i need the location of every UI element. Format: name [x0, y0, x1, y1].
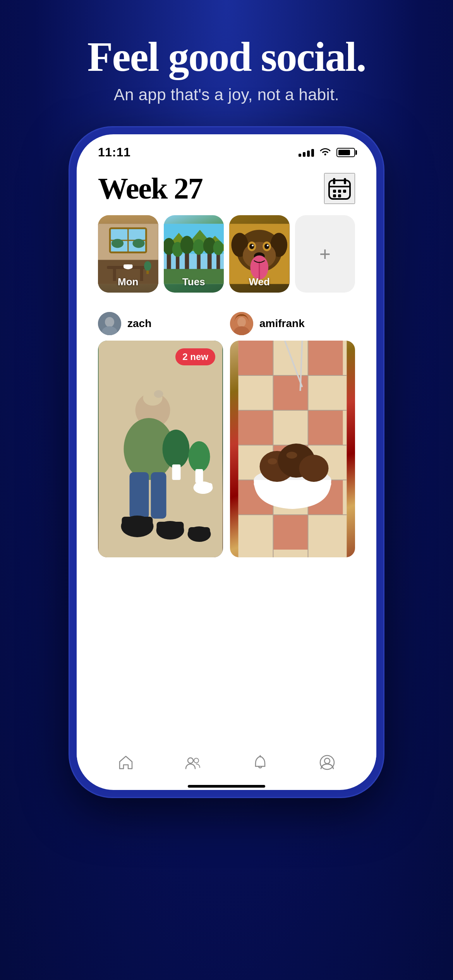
day-thumbnails: Mon [77, 215, 376, 293]
svg-rect-85 [239, 341, 273, 375]
wifi-icon [319, 146, 331, 158]
zach-name: zach [127, 317, 151, 330]
svg-point-43 [213, 241, 223, 255]
day-thumb-wed[interactable]: Wed [229, 215, 290, 293]
svg-rect-16 [129, 230, 145, 240]
wed-label: Wed [229, 276, 290, 288]
svg-rect-26 [146, 271, 149, 274]
battery-icon [336, 148, 355, 157]
svg-point-54 [252, 245, 254, 247]
svg-point-113 [320, 756, 334, 769]
friend-col-ami: amifrank [230, 312, 355, 557]
svg-rect-89 [308, 410, 343, 445]
day-thumb-mon[interactable]: Mon [98, 215, 158, 293]
friends-icon [184, 754, 201, 771]
svg-rect-7 [333, 194, 336, 197]
week-title: Week 27 [98, 171, 202, 206]
svg-rect-88 [239, 410, 273, 445]
zach-avatar-icon [98, 312, 121, 335]
svg-point-60 [105, 317, 114, 327]
svg-point-17 [112, 239, 124, 248]
calendar-icon [328, 176, 352, 200]
svg-rect-78 [189, 527, 210, 536]
svg-rect-15 [111, 230, 127, 240]
hero-title: Feel good social. [88, 35, 366, 79]
svg-point-82 [237, 317, 246, 327]
phone-screen: 11:11 [77, 134, 376, 790]
add-icon: + [319, 243, 331, 265]
svg-rect-72 [196, 469, 203, 483]
svg-rect-1 [333, 178, 335, 184]
ami-avatar [230, 312, 253, 335]
svg-rect-8 [338, 194, 341, 197]
svg-point-18 [132, 239, 144, 248]
phone-mockup: 11:11 [70, 127, 383, 797]
svg-point-52 [249, 244, 254, 249]
friends-section: zach [77, 304, 376, 741]
svg-point-110 [188, 758, 193, 763]
hero-section: Feel good social. An app that's a joy, n… [88, 0, 366, 104]
zach-avatar [98, 312, 121, 335]
plants-scene [98, 341, 223, 557]
svg-point-105 [299, 455, 329, 482]
svg-rect-5 [338, 190, 341, 193]
svg-rect-2 [344, 178, 346, 184]
svg-rect-93 [273, 515, 308, 550]
nav-friends[interactable] [173, 750, 213, 775]
ami-photo[interactable] [230, 341, 355, 557]
app-content: Week 27 [77, 163, 376, 741]
friends-grid: zach [98, 312, 355, 557]
ami-avatar-icon [230, 312, 253, 335]
plants-image [98, 341, 223, 557]
nav-home[interactable] [106, 750, 146, 775]
svg-rect-74 [122, 517, 153, 528]
bell-icon [252, 754, 269, 771]
nav-profile[interactable] [307, 750, 347, 775]
svg-rect-68 [151, 472, 166, 519]
svg-point-114 [324, 758, 330, 764]
new-badge: 2 new [175, 348, 215, 365]
add-day-button[interactable]: + [295, 215, 355, 293]
friend-col-zach: zach [98, 312, 223, 557]
svg-point-39 [193, 239, 204, 255]
ami-header: amifrank [230, 312, 355, 335]
app-header: Week 27 [77, 163, 376, 215]
hero-subtitle: An app that's a joy, not a habit. [88, 86, 366, 104]
svg-point-65 [154, 390, 163, 398]
day-thumb-tues[interactable]: Tues [164, 215, 224, 293]
svg-point-37 [180, 236, 193, 254]
tues-label: Tues [164, 276, 224, 288]
svg-rect-24 [124, 265, 132, 268]
profile-icon [319, 754, 336, 771]
svg-point-53 [264, 244, 269, 249]
home-indicator [188, 785, 265, 788]
status-icons [299, 146, 355, 158]
svg-point-107 [287, 452, 297, 459]
page-root: Feel good social. An app that's a joy, n… [0, 0, 453, 797]
zach-header: zach [98, 312, 223, 335]
svg-rect-80 [195, 483, 213, 491]
bottom-nav [77, 741, 376, 781]
svg-rect-70 [172, 464, 181, 480]
ami-name: amifrank [259, 317, 305, 330]
svg-rect-67 [130, 472, 149, 519]
nav-notifications[interactable] [240, 750, 280, 775]
svg-point-55 [267, 245, 269, 247]
svg-rect-76 [157, 522, 184, 532]
zach-photo[interactable]: 2 new [98, 341, 223, 557]
status-time: 11:11 [98, 145, 130, 159]
svg-point-106 [268, 458, 277, 464]
svg-point-69 [163, 430, 190, 468]
svg-rect-4 [333, 190, 336, 193]
svg-point-25 [144, 261, 151, 271]
icecream-image [230, 341, 355, 557]
calendar-button[interactable] [324, 173, 355, 204]
home-icon [117, 754, 134, 771]
icecream-scene [230, 341, 355, 557]
svg-rect-86 [308, 341, 343, 375]
svg-rect-87 [273, 375, 308, 410]
svg-point-111 [194, 758, 199, 763]
mon-label: Mon [98, 276, 158, 288]
svg-rect-6 [343, 190, 346, 193]
signal-icon [299, 148, 314, 157]
